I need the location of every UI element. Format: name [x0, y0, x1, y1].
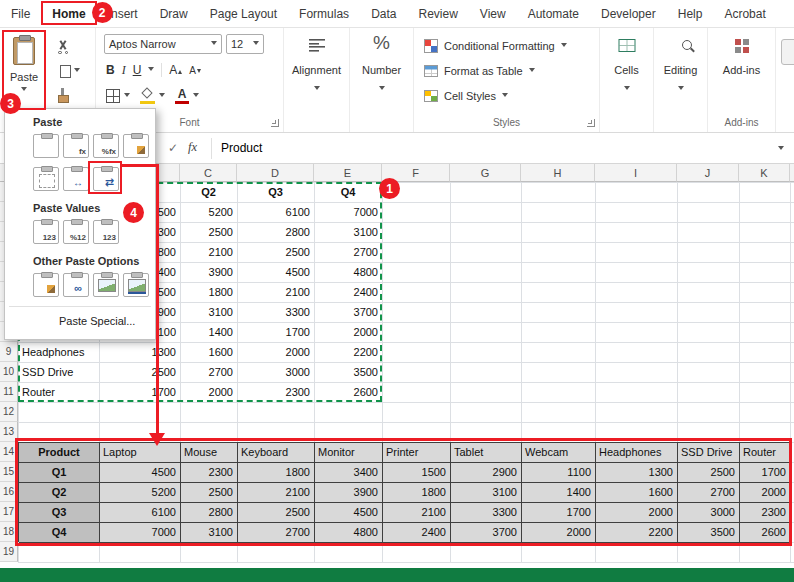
- column-header-D[interactable]: D: [237, 164, 314, 182]
- cell-A10[interactable]: SSD Drive: [18, 362, 99, 382]
- insert-function-icon[interactable]: fx: [188, 140, 197, 155]
- paste-icon[interactable]: [33, 134, 59, 158]
- cell-E9[interactable]: 2200: [314, 342, 382, 362]
- chevron-down-icon[interactable]: [159, 93, 165, 100]
- column-header-I[interactable]: I: [595, 164, 677, 182]
- values-source-formatting-icon[interactable]: 123: [93, 220, 119, 244]
- picture-icon[interactable]: [93, 273, 119, 297]
- column-header-J[interactable]: J: [677, 164, 739, 182]
- tab-automate[interactable]: Automate: [517, 0, 590, 27]
- fill-color-icon[interactable]: [140, 88, 155, 104]
- tab-view[interactable]: View: [469, 0, 517, 27]
- cell-D10[interactable]: 3000: [237, 362, 314, 382]
- chevron-down-icon[interactable]: [193, 93, 199, 100]
- cell-D6[interactable]: 2100: [237, 282, 314, 302]
- keep-source-column-widths-icon[interactable]: ↔: [63, 167, 89, 191]
- italic-button[interactable]: I: [122, 63, 126, 78]
- increase-font-size-button[interactable]: A: [169, 63, 182, 77]
- column-header-C[interactable]: C: [180, 164, 237, 182]
- cell-E3[interactable]: 3100: [314, 222, 382, 242]
- tab-developer[interactable]: Developer: [590, 0, 667, 27]
- clipped-button-icon[interactable]: [781, 39, 794, 65]
- cell-E2[interactable]: 7000: [314, 202, 382, 222]
- formulas-number-formatting-icon[interactable]: %fx: [93, 134, 119, 158]
- cell-E6[interactable]: 2400: [314, 282, 382, 302]
- cell-A11[interactable]: Router: [18, 382, 99, 402]
- cell-C10[interactable]: 2700: [180, 362, 237, 382]
- no-borders-icon[interactable]: [33, 167, 59, 191]
- addins-group-button[interactable]: Add-ins Add-ins: [708, 28, 776, 132]
- values-number-formatting-icon[interactable]: %12: [63, 220, 89, 244]
- cell-D11[interactable]: 2300: [237, 382, 314, 402]
- borders-icon[interactable]: [106, 89, 120, 103]
- cell-E1[interactable]: Q4: [314, 182, 382, 202]
- row-header-12[interactable]: 12: [0, 402, 18, 422]
- cell-E10[interactable]: 3500: [314, 362, 382, 382]
- column-header-H[interactable]: H: [521, 164, 595, 182]
- cell-A9[interactable]: Headphones: [18, 342, 99, 362]
- cell-C9[interactable]: 1600: [180, 342, 237, 362]
- cell-B11[interactable]: 1700: [99, 382, 180, 402]
- tab-acrobat[interactable]: Acrobat: [713, 0, 776, 27]
- bold-button[interactable]: B: [106, 63, 115, 77]
- cell-D2[interactable]: 6100: [237, 202, 314, 222]
- cell-D8[interactable]: 1700: [237, 322, 314, 342]
- formatting-icon[interactable]: [33, 273, 59, 297]
- cell-D4[interactable]: 2500: [237, 242, 314, 262]
- underline-button[interactable]: U: [133, 63, 142, 77]
- alignment-group-button[interactable]: Alignment: [284, 28, 350, 132]
- cell-C7[interactable]: 3100: [180, 302, 237, 322]
- paste-link-icon[interactable]: ∞: [63, 273, 89, 297]
- tab-page-layout[interactable]: Page Layout: [199, 0, 288, 27]
- formula-bar-value[interactable]: Product: [221, 141, 262, 155]
- decrease-font-size-button[interactable]: A: [189, 65, 201, 76]
- format-as-table-button[interactable]: Format as Table: [424, 61, 535, 81]
- underline-options-icon[interactable]: [148, 67, 154, 74]
- cell-C1[interactable]: Q2: [180, 182, 237, 202]
- formulas-icon[interactable]: fx: [63, 134, 89, 158]
- cell-E7[interactable]: 3700: [314, 302, 382, 322]
- cell-D9[interactable]: 2000: [237, 342, 314, 362]
- tab-draw[interactable]: Draw: [149, 0, 199, 27]
- formula-bar-expand-icon[interactable]: [778, 146, 784, 153]
- column-header-K[interactable]: K: [739, 164, 790, 182]
- tab-formulas[interactable]: Formulas: [288, 0, 360, 27]
- column-header-G[interactable]: G: [450, 164, 521, 182]
- cell-E8[interactable]: 2000: [314, 322, 382, 342]
- font-dialog-launcher-icon[interactable]: [271, 119, 279, 127]
- tab-home[interactable]: Home2: [41, 0, 96, 27]
- tab-review[interactable]: Review: [407, 0, 468, 27]
- chevron-down-icon[interactable]: [124, 93, 130, 100]
- cell-E4[interactable]: 2700: [314, 242, 382, 262]
- cut-button[interactable]: [52, 37, 88, 57]
- cell-E11[interactable]: 2600: [314, 382, 382, 402]
- cell-styles-button[interactable]: Cell Styles: [424, 86, 508, 106]
- format-painter-button[interactable]: [52, 85, 88, 105]
- cell-D5[interactable]: 4500: [237, 262, 314, 282]
- tab-file[interactable]: File: [0, 0, 41, 27]
- conditional-formatting-button[interactable]: Conditional Formatting: [424, 36, 567, 56]
- cell-D1[interactable]: Q3: [237, 182, 314, 202]
- cell-B10[interactable]: 2500: [99, 362, 180, 382]
- font-size-select[interactable]: 12: [226, 34, 264, 54]
- row-header-11[interactable]: 11: [0, 382, 18, 402]
- copy-button[interactable]: [52, 61, 88, 81]
- cell-B9[interactable]: 1300: [99, 342, 180, 362]
- cell-C5[interactable]: 3900: [180, 262, 237, 282]
- cells-group-button[interactable]: Cells: [600, 28, 654, 132]
- paste-special-menu-item[interactable]: Paste Special...: [59, 312, 151, 330]
- styles-dialog-launcher-icon[interactable]: [587, 119, 595, 127]
- enter-check-icon[interactable]: ✓: [168, 141, 178, 155]
- row-header-9[interactable]: 9: [0, 342, 18, 362]
- cell-C4[interactable]: 2100: [180, 242, 237, 262]
- cell-C8[interactable]: 1400: [180, 322, 237, 342]
- cell-C11[interactable]: 2000: [180, 382, 237, 402]
- editing-group-button[interactable]: Editing: [654, 28, 708, 132]
- cell-C6[interactable]: 1800: [180, 282, 237, 302]
- cell-D3[interactable]: 2800: [237, 222, 314, 242]
- cell-E5[interactable]: 4800: [314, 262, 382, 282]
- linked-picture-icon[interactable]: [123, 273, 149, 297]
- tab-help[interactable]: Help: [667, 0, 714, 27]
- cell-C3[interactable]: 2500: [180, 222, 237, 242]
- font-color-icon[interactable]: A: [175, 88, 189, 104]
